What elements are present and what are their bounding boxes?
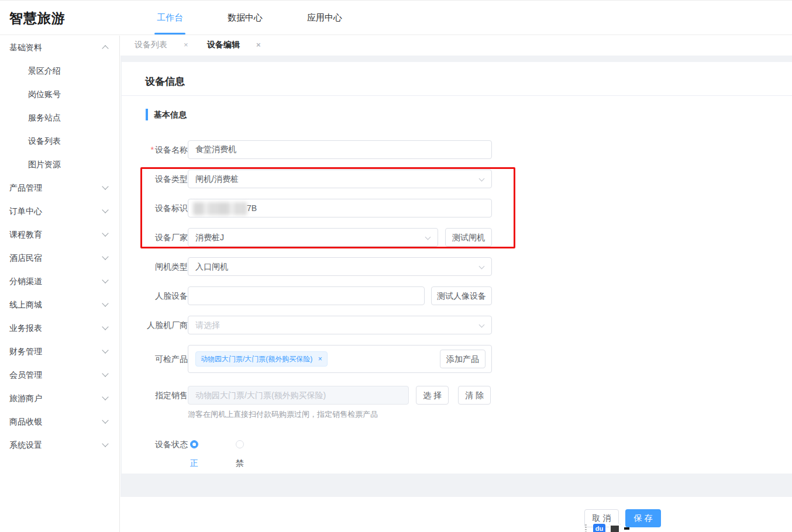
- sidebar-group[interactable]: 产品管理: [0, 176, 119, 199]
- sidebar-item-label: 酒店民宿: [0, 253, 42, 262]
- sidebar-item-label: 基础资料: [0, 43, 42, 52]
- face-device-input[interactable]: [188, 286, 425, 305]
- product-tag-label: 动物园大门票/大门票(额外购买保险): [201, 355, 312, 363]
- tab[interactable]: 设备编辑×: [207, 36, 261, 56]
- chevron-up-icon: [102, 45, 108, 51]
- radio-selected-icon: [190, 440, 198, 448]
- tab-close-icon[interactable]: ×: [256, 36, 261, 54]
- device-vendor-label: 设备厂家: [141, 228, 188, 247]
- test-face-device-button[interactable]: 测试人像设备: [431, 286, 492, 305]
- ime-drag-handle-icon[interactable]: [585, 524, 587, 532]
- footer-gap: [120, 474, 792, 497]
- sidebar-item-label: 岗位账号: [0, 89, 61, 99]
- tab-label: 设备编辑: [207, 36, 240, 53]
- chevron-down-icon: [102, 300, 108, 306]
- sidebar-item[interactable]: 服务站点: [0, 106, 119, 129]
- redacted-blur: [193, 202, 247, 215]
- topnav-item[interactable]: 应用中心: [302, 1, 347, 36]
- chevron-down-icon: [479, 176, 485, 182]
- add-product-button[interactable]: 添加产品: [440, 350, 485, 368]
- clear-button[interactable]: 清 除: [458, 386, 491, 405]
- device-status-label: 设备状态: [141, 435, 188, 454]
- sidebar-group[interactable]: 酒店民宿: [0, 246, 119, 270]
- sidebar-item-label: 商品收银: [0, 417, 42, 426]
- chevron-down-icon: [102, 417, 108, 423]
- sidebar-item-label: 线上商城: [0, 300, 42, 309]
- sidebar-group[interactable]: 商品收银: [0, 410, 119, 433]
- gate-type-value: 入口闸机: [195, 262, 228, 271]
- sidebar-group[interactable]: 财务管理: [0, 340, 119, 363]
- sidebar-item-label: 景区介绍: [0, 66, 61, 75]
- chevron-down-icon: [425, 234, 431, 240]
- chevron-down-icon: [102, 277, 108, 283]
- radio-unselected-icon: [236, 440, 244, 448]
- device-type-value: 闸机/消费桩: [195, 174, 239, 184]
- checkable-products-box[interactable]: 动物园大门票/大门票(额外购买保险) × 添加产品: [188, 345, 492, 373]
- designated-sale-hint: 游客在闸机上直接扫付款码购票过闸，指定销售检票产品: [188, 409, 378, 420]
- chevron-down-icon: [102, 370, 108, 376]
- face-device-label: 人脸设备: [141, 286, 188, 305]
- sidebar-group[interactable]: 业务报表: [0, 316, 119, 340]
- designated-sale-label: 指定销售: [141, 386, 188, 405]
- sidebar-item[interactable]: 设备列表: [0, 129, 119, 153]
- device-name-label: *设备名称: [141, 140, 188, 159]
- device-type-select[interactable]: 闸机/消费桩: [188, 170, 492, 188]
- topnav-item[interactable]: 工作台: [152, 1, 188, 36]
- sidebar-item-label: 产品管理: [0, 183, 42, 192]
- chevron-down-icon: [102, 183, 108, 189]
- required-asterisk: *: [151, 145, 154, 154]
- designated-sale-placeholder: 动物园大门票/大门票(额外购买保险): [195, 391, 326, 400]
- chevron-down-icon: [479, 264, 485, 270]
- test-gate-button[interactable]: 测试闸机: [445, 228, 492, 247]
- chevron-down-icon: [102, 440, 108, 447]
- top-navbar: 智慧旅游 工作台数据中心应用中心: [0, 0, 792, 35]
- chevron-down-icon: [479, 322, 485, 328]
- sidebar-item-label: 财务管理: [0, 347, 42, 356]
- sidebar-item-label: 业务报表: [0, 323, 42, 333]
- ime-minimize-icon[interactable]: [624, 527, 629, 530]
- section-title-basic-info: 基本信息: [146, 109, 187, 120]
- device-vendor-value: 消费桩J: [195, 233, 224, 242]
- sidebar-group[interactable]: 分销渠道: [0, 270, 119, 293]
- tab-close-icon[interactable]: ×: [184, 36, 188, 54]
- sidebar-group[interactable]: 订单中心: [0, 199, 119, 223]
- sidebar-group[interactable]: 课程教育: [0, 223, 119, 246]
- sidebar-group[interactable]: 旅游商户: [0, 386, 119, 410]
- radio-status-disabled[interactable]: 禁用: [236, 435, 249, 454]
- tag-close-icon[interactable]: ×: [318, 355, 322, 363]
- tab-label: 设备列表: [135, 36, 167, 53]
- topnav-item[interactable]: 数据中心: [223, 1, 267, 36]
- sidebar-item-label: 旅游商户: [0, 393, 42, 403]
- sidebar-item-label: 图片资源: [0, 160, 61, 169]
- device-id-input[interactable]: 7B: [188, 199, 492, 217]
- device-vendor-select[interactable]: 消费桩J: [188, 228, 438, 247]
- sidebar-item[interactable]: 景区介绍: [0, 59, 119, 82]
- ime-keyboard-icon[interactable]: [609, 524, 621, 532]
- device-id-visible-text: 7B: [247, 199, 257, 217]
- sidebar-item-label: 订单中心: [0, 206, 42, 216]
- sidebar-group[interactable]: 会员管理: [0, 363, 119, 386]
- device-info-card: 设备信息 基本信息 *设备名称 设备类型 闸机/消费桩 设备标识 7B 设备厂: [122, 62, 792, 474]
- sidebar-item-label: 课程教育: [0, 230, 42, 239]
- sidebar-group[interactable]: 系统设置: [0, 433, 119, 457]
- save-button[interactable]: 保 存: [625, 509, 661, 527]
- divider: [122, 95, 792, 96]
- sidebar-item[interactable]: 岗位账号: [0, 82, 119, 106]
- chevron-down-icon: [102, 347, 108, 353]
- sidebar-item-label: 分销渠道: [0, 277, 42, 286]
- face-vendor-select[interactable]: 请选择: [188, 316, 492, 334]
- device-id-label: 设备标识: [141, 199, 188, 217]
- top-nav: 工作台数据中心应用中心: [152, 1, 382, 36]
- sidebar-item-label: 系统设置: [0, 440, 42, 450]
- sidebar-group[interactable]: 基础资料: [0, 36, 119, 59]
- app-logo: 智慧旅游: [9, 9, 66, 27]
- select-button[interactable]: 选 择: [416, 386, 449, 405]
- sidebar-item[interactable]: 图片资源: [0, 153, 119, 176]
- tab[interactable]: 设备列表×: [135, 36, 188, 56]
- gate-type-select[interactable]: 入口闸机: [188, 257, 492, 276]
- radio-status-normal[interactable]: 正常: [190, 435, 203, 454]
- sidebar-group[interactable]: 线上商城: [0, 293, 119, 316]
- device-name-input[interactable]: [188, 140, 492, 159]
- ime-logo-icon[interactable]: du: [593, 524, 605, 532]
- page-title: 设备信息: [145, 75, 185, 88]
